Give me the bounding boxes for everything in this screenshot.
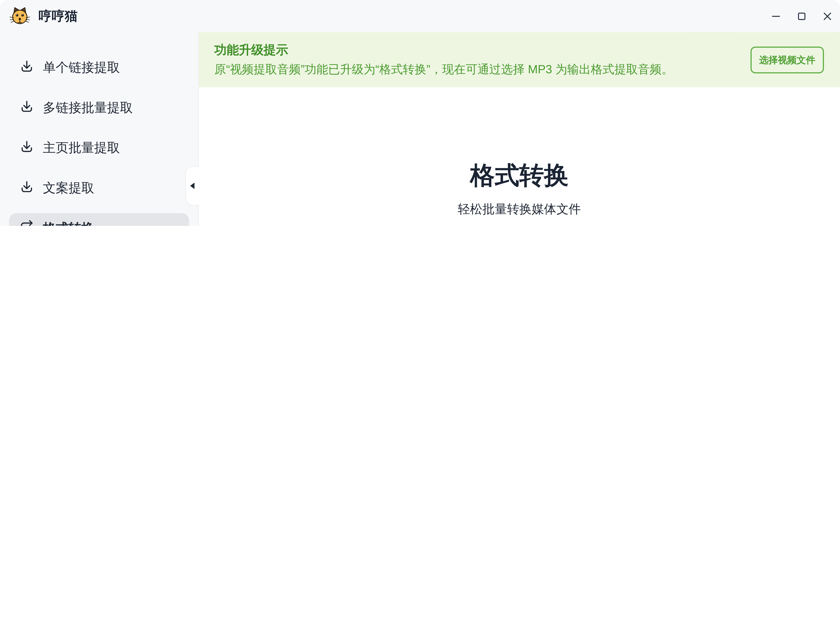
sidebar-item-label: 单个链接提取 xyxy=(43,59,120,76)
download-icon xyxy=(20,59,34,76)
sidebar-item-label: 多链接批量提取 xyxy=(43,99,133,116)
banner-text-block: 功能升级提示 原“视频提取音频”功能已升级为“格式转换”，现在可通过选择 MP3… xyxy=(214,43,673,77)
sidebar-item-homepage-batch-extract[interactable]: 主页批量提取 xyxy=(9,133,189,163)
repeat-icon xyxy=(20,220,34,226)
banner-title: 功能升级提示 xyxy=(214,43,673,57)
page-title: 格式转换 xyxy=(199,163,840,188)
sidebar-item-multi-link-batch-extract[interactable]: 多链接批量提取 xyxy=(9,93,189,123)
title-bar: 哼哼猫 xyxy=(0,0,840,32)
download-icon xyxy=(20,99,34,116)
banner-message: 原“视频提取音频”功能已升级为“格式转换”，现在可通过选择 MP3 为输出格式提… xyxy=(214,62,673,77)
close-button[interactable] xyxy=(822,11,832,21)
maximize-button[interactable] xyxy=(797,11,806,21)
sidebar-item-single-link-extract[interactable]: 单个链接提取 xyxy=(9,52,189,82)
sidebar-item-label: 主页批量提取 xyxy=(43,139,120,156)
page-subtitle: 轻松批量转换媒体文件 xyxy=(199,201,840,217)
sidebar-item-label: 文案提取 xyxy=(43,179,94,197)
hero-section: 格式转换 轻松批量转换媒体文件 xyxy=(199,163,840,218)
chevron-left-icon xyxy=(190,183,194,189)
select-video-file-button[interactable]: 选择视频文件 xyxy=(751,46,824,73)
upgrade-banner: 功能升级提示 原“视频提取音频”功能已升级为“格式转换”，现在可通过选择 MP3… xyxy=(199,32,840,87)
download-icon xyxy=(20,179,34,197)
app-title: 哼哼猫 xyxy=(38,8,78,25)
app-window: 哼哼猫 单个链接提取 xyxy=(0,0,840,226)
minimize-button[interactable] xyxy=(771,11,781,21)
main-content: 功能升级提示 原“视频提取音频”功能已升级为“格式转换”，现在可通过选择 MP3… xyxy=(199,32,840,226)
sidebar-item-label: 格式转换 xyxy=(43,220,94,226)
app-logo-cat-icon xyxy=(10,6,30,26)
download-icon xyxy=(20,139,34,156)
sidebar-item-copy-extract[interactable]: 文案提取 xyxy=(9,173,189,203)
sidebar: 单个链接提取 多链接批量提取 主页批量提取 文案提取 格式转换 xyxy=(0,32,199,226)
sidebar-item-format-convert[interactable]: 格式转换 xyxy=(9,213,189,226)
sidebar-collapse-handle[interactable] xyxy=(185,166,200,206)
window-controls xyxy=(771,11,832,21)
